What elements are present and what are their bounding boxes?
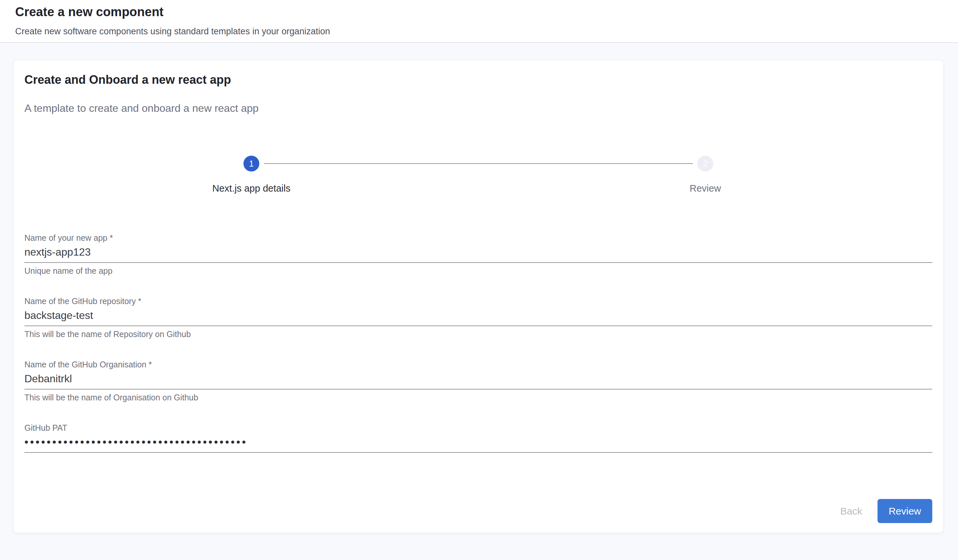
template-card: Create and Onboard a new react app A tem… [13,60,944,533]
back-button[interactable]: Back [832,499,871,523]
github-organisation-helper: This will be the name of Organisation on… [24,393,932,402]
step-review: 2 Review [478,155,932,194]
field-github-repository: Name of the GitHub repository * This wil… [24,297,932,339]
step-1-indicator: 1 [243,155,259,171]
github-pat-label: GitHub PAT [24,423,932,432]
github-organisation-input[interactable] [24,374,932,390]
field-app-name: Name of your new app * Unique name of th… [24,233,932,275]
app-name-label: Name of your new app * [24,233,932,243]
form-actions: Back Review [832,499,932,523]
step-2-label: Review [690,183,721,194]
review-button[interactable]: Review [877,499,932,523]
github-repository-input[interactable] [24,310,932,326]
github-repository-helper: This will be the name of Repository on G… [24,330,932,339]
template-form: Name of your new app * Unique name of th… [24,233,932,474]
github-organisation-label: Name of the GitHub Organisation * [24,360,932,369]
card-subtitle: A template to create and onboard a new r… [24,102,259,114]
step-2-indicator: 2 [697,155,713,171]
step-1-label: Next.js app details [213,183,291,194]
stepper: 1 Next.js app details 2 Review [24,155,932,194]
card-title: Create and Onboard a new react app [24,73,231,87]
step-nextjs-app-details: 1 Next.js app details [24,155,478,194]
app-name-helper: Unique name of the app [24,266,932,275]
app-name-input[interactable] [24,247,932,263]
page-subtitle: Create new software components using sta… [15,26,958,37]
page-title: Create a new component [15,4,958,20]
github-repository-label: Name of the GitHub repository * [24,297,932,306]
page-header: Create a new component Create new softwa… [0,0,958,43]
github-pat-input[interactable] [24,437,932,453]
stepper-connector [264,163,693,164]
field-github-organisation: Name of the GitHub Organisation * This w… [24,360,932,402]
field-github-pat: GitHub PAT [24,423,932,453]
